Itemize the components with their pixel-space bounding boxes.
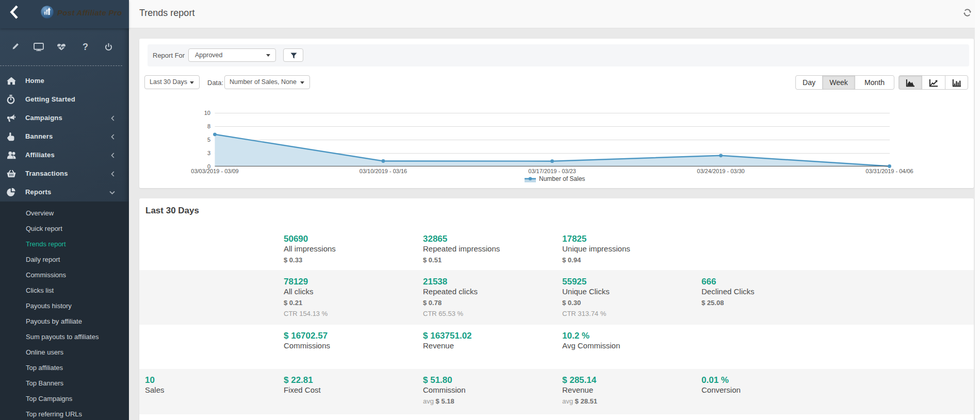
svg-text:3: 3 bbox=[207, 150, 210, 156]
svg-text:03/17/2019 - 03/23: 03/17/2019 - 03/23 bbox=[528, 168, 576, 174]
svg-text:03/31/2019 - 04/06: 03/31/2019 - 04/06 bbox=[865, 168, 913, 174]
svg-text:Number of Sales: Number of Sales bbox=[539, 175, 585, 182]
svg-text:5: 5 bbox=[207, 137, 210, 143]
svg-text:10: 10 bbox=[204, 110, 210, 116]
svg-text:03/24/2019 - 03/30: 03/24/2019 - 03/30 bbox=[697, 168, 744, 174]
svg-text:03/10/2019 - 03/16: 03/10/2019 - 03/16 bbox=[360, 168, 407, 174]
svg-text:8: 8 bbox=[207, 123, 210, 129]
svg-text:03/03/2019 - 03/09: 03/03/2019 - 03/09 bbox=[191, 168, 238, 174]
